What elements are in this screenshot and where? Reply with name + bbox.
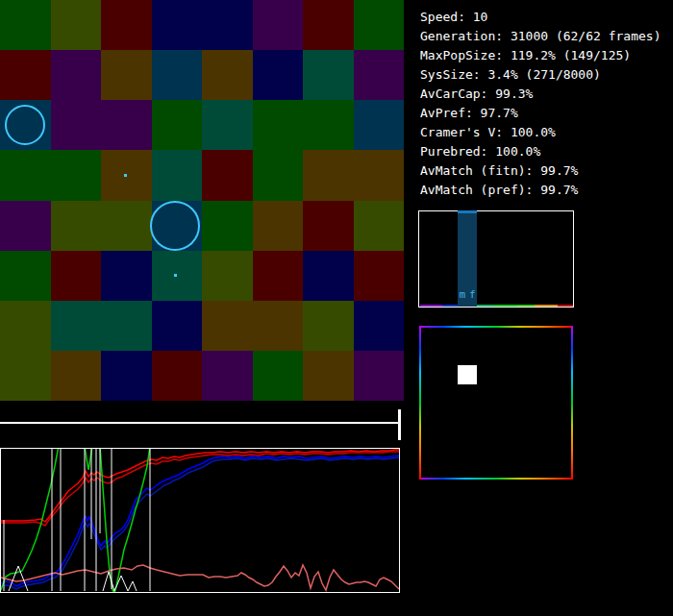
- grid-cell-r6c6: [253, 251, 304, 301]
- grid-cell-r7c7: [303, 301, 354, 351]
- strip-segment-1: [420, 305, 442, 307]
- grid-cell-r6c2: [51, 251, 102, 301]
- grid-cell-r3c5: [202, 100, 253, 150]
- grid-cell-r2c1: [0, 50, 51, 100]
- grid-cell-r6c5: [202, 251, 253, 301]
- pref-box-top-edge: [419, 326, 573, 328]
- grid-cell-r2c6: [253, 50, 304, 100]
- frame-slider-track[interactable]: [0, 422, 398, 424]
- history-chart: [0, 448, 400, 593]
- grid-cell-r5c6: [253, 201, 304, 251]
- stats-panel: Speed: 10Generation: 31000 (62/62 frames…: [420, 8, 661, 200]
- grid-cell-r6c3: [101, 251, 152, 301]
- histogram-axis-labels: mf: [458, 289, 477, 301]
- stat-line-avmatch-fitn: AvMatch (fitn): 99.7%: [420, 161, 661, 181]
- stat-line-purebred: Purebred: 100.0%: [420, 142, 661, 161]
- grid-cell-r3c2: [51, 100, 102, 150]
- stat-line-avpref: AvPref: 97.7%: [420, 104, 661, 123]
- grid-cell-r1c4: [152, 0, 203, 50]
- grid-cell-r1c3: [101, 0, 152, 50]
- chart-white-spike-10: [103, 572, 137, 591]
- strip-segment-5: [517, 305, 535, 307]
- grid-cell-r4c2: [51, 150, 102, 200]
- stat-line-avcarcap: AvCarCap: 99.3%: [420, 85, 661, 104]
- stat-line-generation: Generation: 31000 (62/62 frames): [420, 27, 661, 46]
- grid-cell-r2c3: [101, 50, 152, 100]
- grid-cell-r8c2: [51, 351, 102, 401]
- stat-line-syssize: SysSize: 3.4% (271/8000): [420, 65, 661, 85]
- grid-cell-r5c2: [51, 201, 102, 251]
- grid-cell-r7c2: [51, 301, 102, 351]
- grid-cell-r4c8: [354, 150, 405, 200]
- grid-cell-r5c4: [152, 201, 203, 251]
- grid-cell-r6c1: [0, 251, 51, 301]
- grid-cell-r1c7: [303, 0, 354, 50]
- grid-cell-r4c4: [152, 150, 203, 200]
- grid-cell-r1c8: [354, 0, 405, 50]
- grid-cell-r8c6: [253, 351, 304, 401]
- strip-segment-7: [558, 305, 573, 307]
- strip-segment-6: [535, 305, 558, 307]
- app-window: Speed: 10Generation: 31000 (62/62 frames…: [0, 0, 673, 616]
- pref-box-right-edge: [571, 326, 573, 480]
- preference-space-box: [419, 326, 573, 480]
- male-label: m: [459, 289, 465, 301]
- grid-cell-r8c8: [354, 351, 405, 401]
- grid-cell-r2c7: [303, 50, 354, 100]
- grid-cell-r7c6: [253, 301, 304, 351]
- world-grid-canvas[interactable]: [0, 0, 404, 401]
- grid-cell-r7c1: [0, 301, 51, 351]
- frame-slider-handle[interactable]: [398, 409, 401, 440]
- history-chart-plot: [1, 449, 399, 592]
- stat-line-cramers-v: Cramer's V: 100.0%: [420, 123, 661, 142]
- grid-cell-r2c5: [202, 50, 253, 100]
- histogram-bar-cap: [458, 210, 477, 213]
- grid-cell-r8c7: [303, 351, 354, 401]
- stat-line-speed: Speed: 10: [420, 8, 661, 27]
- grid-cell-r5c7: [303, 201, 354, 251]
- grid-cell-r3c7: [303, 100, 354, 150]
- grid-cell-r7c3: [101, 301, 152, 351]
- grid-cell-r5c1: [0, 201, 51, 251]
- grid-cell-r7c8: [354, 301, 405, 351]
- female-label: f: [469, 289, 476, 301]
- grid-cell-r8c5: [202, 351, 253, 401]
- grid-cell-r4c6: [253, 150, 304, 200]
- grid-cell-r4c5: [202, 150, 253, 200]
- grid-cell-r3c8: [354, 100, 405, 150]
- grid-cell-r2c4: [152, 50, 203, 100]
- grid-cell-r3c1: [0, 100, 51, 150]
- grid-cell-r5c3: [101, 201, 152, 251]
- grid-cell-r3c3: [101, 100, 152, 150]
- stat-line-avmatch-pref: AvMatch (pref): 99.7%: [420, 181, 661, 200]
- grid-cell-r1c5: [202, 0, 253, 50]
- strip-segment-3: [477, 305, 494, 307]
- grid-cell-r5c8: [354, 201, 405, 251]
- population-cluster-marker: [458, 365, 477, 384]
- grid-cell-r3c6: [253, 100, 304, 150]
- grid-cell-r4c7: [303, 150, 354, 200]
- stat-line-maxpopsize: MaxPopSize: 119.2% (149/125): [420, 46, 661, 65]
- grid-cell-r6c8: [354, 251, 405, 301]
- grid-cell-r6c4: [152, 251, 203, 301]
- grid-cell-r7c5: [202, 301, 253, 351]
- grid-cell-r8c4: [152, 351, 203, 401]
- strip-segment-2: [442, 305, 458, 307]
- strip-segment-4: [494, 305, 517, 307]
- pref-box-bottom-edge: [419, 478, 573, 480]
- grid-cell-r8c3: [101, 351, 152, 401]
- grid-cell-r1c1: [0, 0, 51, 50]
- grid-cell-r2c8: [354, 50, 405, 100]
- grid-cell-r1c2: [51, 0, 102, 50]
- sex-histogram: mf: [418, 210, 574, 308]
- grid-cell-r2c2: [51, 50, 102, 100]
- grid-cell-r5c5: [202, 201, 253, 251]
- grid-cell-r4c1: [0, 150, 51, 200]
- grid-cell-r3c4: [152, 100, 203, 150]
- grid-cell-r7c4: [152, 301, 203, 351]
- grid-cell-r6c7: [303, 251, 354, 301]
- pref-box-left-edge: [419, 326, 421, 480]
- grid-cell-r4c3: [101, 150, 152, 200]
- grid-cell-r8c1: [0, 351, 51, 401]
- grid-cell-r1c6: [253, 0, 304, 50]
